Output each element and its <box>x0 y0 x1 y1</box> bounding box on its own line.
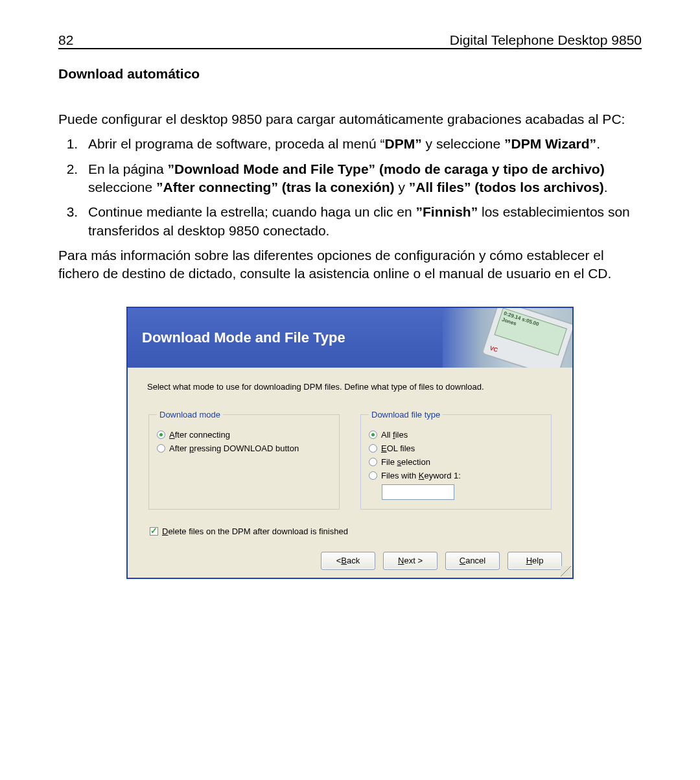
text: . <box>596 136 600 151</box>
group-download-file-type: Download file type All files EOL files F… <box>360 410 552 510</box>
radio-icon <box>369 431 377 439</box>
text: y seleccione <box>422 136 504 151</box>
cancel-button[interactable]: Cancel <box>445 552 500 570</box>
radio-label: EOL files <box>381 443 415 453</box>
radio-icon <box>369 458 377 466</box>
group-download-mode: Download mode After connecting After pre… <box>148 410 340 510</box>
wizard-fields: Download mode After connecting After pre… <box>147 410 553 510</box>
device-illustration: 0:29.14 s:05.00 Jones VC <box>481 308 572 368</box>
text: OL files <box>387 443 415 453</box>
radio-all-files[interactable]: All files <box>369 430 541 440</box>
radio-eol-files[interactable]: EOL files <box>369 443 541 453</box>
text: iles <box>395 430 408 440</box>
mnemonic: E <box>381 443 387 453</box>
text: ext > <box>404 556 423 565</box>
text: Files with <box>381 471 419 480</box>
steps-list: Abrir el programa de software, proceda a… <box>58 135 642 240</box>
text: File <box>381 457 397 467</box>
back-button[interactable]: < Back <box>321 552 375 570</box>
radio-icon <box>157 444 165 453</box>
radio-label: After connecting <box>169 430 230 440</box>
mnemonic: B <box>341 556 347 565</box>
bold: ”DPM Wizard” <box>504 136 596 151</box>
text: eyword 1: <box>424 471 460 480</box>
group-legend: Download mode <box>157 410 223 420</box>
text: . <box>604 180 608 195</box>
wizard-window: Download Mode and File Type 0:29.14 s:05… <box>126 307 574 579</box>
text: En la página <box>88 161 168 176</box>
next-button[interactable]: Next > <box>383 552 438 570</box>
text: ressing DOWNLOAD button <box>194 443 299 453</box>
wizard-instruction: Select what mode to use for downloading … <box>147 382 553 392</box>
group-legend: Download file type <box>369 410 443 420</box>
text: Continue mediante la estrella; cuando ha… <box>88 204 416 219</box>
text: All <box>381 430 393 440</box>
mnemonic: A <box>169 430 175 440</box>
section-title: Download automático <box>58 66 642 82</box>
wizard-button-row: < Back Next > Cancel Help <box>128 545 572 578</box>
radio-after-pressing-download[interactable]: After pressing DOWNLOAD button <box>157 443 329 453</box>
mnemonic: H <box>526 556 532 565</box>
text: election <box>401 457 430 467</box>
bold: ”Finnish” <box>416 204 478 219</box>
checkbox-label: Delete files on the DPM after download i… <box>162 526 348 536</box>
outro-text: Para más información sobre las diferente… <box>58 246 642 283</box>
mnemonic: C <box>460 556 465 565</box>
radio-icon <box>369 444 377 453</box>
radio-label: File selection <box>381 457 430 467</box>
text: Abrir el programa de software, proceda a… <box>88 136 385 151</box>
wizard-title: Download Mode and File Type <box>142 329 345 346</box>
radio-files-with-keyword[interactable]: Files with Keyword 1: <box>369 471 541 480</box>
keyword-input[interactable] <box>382 484 454 500</box>
radio-icon <box>157 431 165 439</box>
mnemonic: D <box>162 526 168 536</box>
wizard-body: Select what mode to use for downloading … <box>128 368 572 545</box>
text: After <box>169 443 189 453</box>
mnemonic: N <box>398 556 404 565</box>
wizard-header-image: 0:29.14 s:05.00 Jones VC <box>443 308 572 368</box>
text: ack <box>347 556 360 565</box>
radio-icon <box>369 471 377 480</box>
device-screen: 0:29.14 s:05.00 Jones <box>494 308 567 356</box>
resize-grip-icon <box>561 566 571 576</box>
radio-file-selection[interactable]: File selection <box>369 457 541 467</box>
bold: DPM” <box>385 136 422 151</box>
header-rule <box>58 48 642 49</box>
wizard-screenshot-wrap: Download Mode and File Type 0:29.14 s:05… <box>58 307 642 579</box>
wizard-header: Download Mode and File Type 0:29.14 s:05… <box>128 308 572 368</box>
text: elete files on the DPM after download is… <box>168 526 348 536</box>
device-logo: VC <box>489 344 498 353</box>
document-page: 82 Digital Telephone Desktop 9850 Downlo… <box>0 0 700 780</box>
checkbox-icon <box>150 527 158 536</box>
text: ancel <box>465 556 485 565</box>
checkbox-delete-after-download[interactable]: Delete files on the DPM after download i… <box>150 526 553 536</box>
step-3: Continue mediante la estrella; cuando ha… <box>82 203 642 240</box>
step-2: En la página ”Download Mode and File Typ… <box>82 160 642 197</box>
text: < <box>336 556 342 565</box>
step-1: Abrir el programa de software, proceda a… <box>82 135 642 153</box>
radio-after-connecting[interactable]: After connecting <box>157 430 329 440</box>
radio-label: After pressing DOWNLOAD button <box>169 443 299 453</box>
bold: ”Download Mode and File Type” (modo de c… <box>168 161 605 176</box>
page-number: 82 <box>58 32 73 48</box>
text: elp <box>532 556 543 565</box>
text: seleccione <box>88 180 156 195</box>
bold: ”After connecting” (tras la conexión) <box>156 180 395 195</box>
doc-title: Digital Telephone Desktop 9850 <box>450 32 642 48</box>
radio-label: Files with Keyword 1: <box>381 471 461 480</box>
help-button[interactable]: Help <box>508 552 562 570</box>
radio-label: All files <box>381 430 408 440</box>
bold: ”All files” (todos los archivos) <box>409 180 604 195</box>
text: fter connecting <box>175 430 230 440</box>
text: y <box>395 180 409 195</box>
intro-text: Puede configurar el desktop 9850 para ca… <box>58 110 642 128</box>
